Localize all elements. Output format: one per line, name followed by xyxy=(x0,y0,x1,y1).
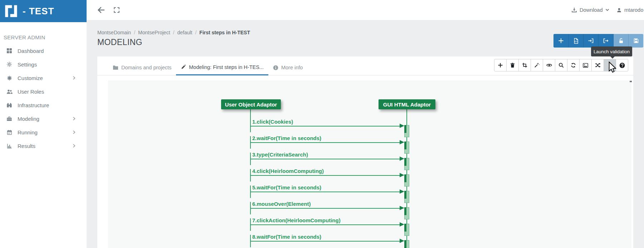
pencil-icon xyxy=(181,64,186,70)
action-button-row xyxy=(553,34,643,48)
cog-solid-icon xyxy=(6,75,13,81)
page-title: MODELING xyxy=(97,38,142,47)
sidebar-item-modeling[interactable]: Modeling xyxy=(0,112,87,125)
sign-in-icon xyxy=(588,38,594,44)
message-label[interactable]: 4.click(HeirloomComputing) xyxy=(252,168,324,174)
user-menu[interactable]: mtarodo xyxy=(616,0,644,20)
message-label[interactable]: 3.type(CriteriaSearch) xyxy=(252,152,308,158)
lifeline-segment xyxy=(250,225,251,231)
fullscreen-icon xyxy=(113,7,120,13)
code-file-button[interactable] xyxy=(569,34,584,48)
chevron-right-icon xyxy=(73,130,76,134)
magic-wand-button[interactable] xyxy=(531,59,543,71)
message-label[interactable]: 1.click(Cookies) xyxy=(252,119,293,125)
actor-label: GUI HTML Adaptor xyxy=(383,101,431,108)
file-code-icon xyxy=(573,38,579,44)
h-test-logo-icon xyxy=(4,5,18,18)
message-line xyxy=(250,192,400,192)
chevron-down-icon xyxy=(605,9,609,11)
export-button[interactable] xyxy=(599,34,614,48)
shuffle-button[interactable] xyxy=(591,59,604,71)
binoculars-icon xyxy=(6,103,13,108)
message-line xyxy=(250,175,400,176)
sidebar-item-label: Running xyxy=(18,129,73,135)
arrowhead-icon xyxy=(400,140,404,144)
sidebar-item-customize[interactable]: Customize xyxy=(0,71,87,85)
refresh-button[interactable] xyxy=(567,59,580,71)
sidebar-item-settings[interactable]: Settings xyxy=(0,58,87,71)
sidebar-item-label: User Roles xyxy=(18,89,76,95)
save-button xyxy=(629,34,643,48)
arrowhead-icon xyxy=(400,157,404,161)
preview-button[interactable] xyxy=(543,59,555,71)
message-label[interactable]: 6.mouseOver(Element) xyxy=(252,201,311,207)
fullscreen-button[interactable] xyxy=(112,6,121,14)
activation-bar-dark xyxy=(404,125,406,133)
sidebar-item-running[interactable]: Running xyxy=(0,125,87,139)
sidebar: - TEST SERVER ADMIN Dashboard Settings C… xyxy=(0,0,87,248)
arrowhead-icon xyxy=(400,239,404,243)
tooltip-text: Launch validation xyxy=(594,49,630,54)
breadcrumb-domain[interactable]: MontseDomain xyxy=(97,30,131,35)
lifeline-segment xyxy=(250,159,251,165)
tab-label: More info xyxy=(281,65,303,70)
message-label[interactable]: 8.waitFor(Time in seconds) xyxy=(252,234,321,240)
sidebar-item-results[interactable]: Results xyxy=(0,139,87,153)
breadcrumb-default[interactable]: default xyxy=(177,30,192,35)
download-menu[interactable]: Download xyxy=(571,0,609,20)
sidebar-item-label: Customize xyxy=(18,75,73,81)
chevron-right-icon xyxy=(73,116,76,121)
sidebar-item-label: Settings xyxy=(18,61,76,68)
add-step-button[interactable] xyxy=(494,59,507,71)
trash-icon xyxy=(510,63,515,68)
message-label[interactable]: 5.waitFor(Time in seconds) xyxy=(252,184,321,190)
image-icon xyxy=(583,63,588,68)
breadcrumb-separator: / xyxy=(195,30,196,35)
actor-gui-html-adaptor[interactable]: GUI HTML Adaptor xyxy=(379,99,435,109)
delete-button[interactable] xyxy=(506,59,519,71)
arrowhead-icon xyxy=(400,222,404,227)
sidebar-item-label: Results xyxy=(18,143,73,149)
message-line xyxy=(250,142,400,143)
diagram-canvas[interactable] xyxy=(108,80,631,248)
user-icon xyxy=(616,8,622,13)
app-logo[interactable]: - TEST xyxy=(0,0,87,22)
breadcrumb: MontseDomain / MontseProject / default /… xyxy=(97,30,250,35)
help-button[interactable] xyxy=(616,59,628,71)
message-label[interactable]: 2.waitFor(Time in seconds) xyxy=(252,135,321,141)
tab-domains-and-projects[interactable]: Domains and projects xyxy=(108,60,176,75)
lifeline-segment xyxy=(250,143,251,149)
message-label[interactable]: 7.clickAction(HeirloomComputing) xyxy=(252,217,341,223)
arrowhead-icon xyxy=(400,173,404,177)
activation-bar-dark xyxy=(404,240,406,248)
grid-icon xyxy=(6,48,13,54)
tab-label: Modeling: First steps in H-TES... xyxy=(189,64,264,70)
plus-icon xyxy=(558,38,564,44)
back-button[interactable] xyxy=(96,5,106,15)
breadcrumb-project[interactable]: MontseProject xyxy=(138,30,170,35)
crop-button[interactable] xyxy=(518,59,531,71)
breadcrumb-separator: / xyxy=(134,30,135,35)
magnifier-icon xyxy=(558,63,564,68)
briefcase-icon xyxy=(6,116,13,121)
sign-out-icon xyxy=(603,38,609,44)
lifeline-left xyxy=(250,109,251,126)
info-icon xyxy=(273,65,278,70)
canvas-scrollbar-thumb[interactable] xyxy=(630,81,632,82)
zoom-button[interactable] xyxy=(555,59,567,71)
sidebar-item-infrastructure[interactable]: Infrastructure xyxy=(0,98,87,112)
actor-user-object-adaptor[interactable]: User Object Adaptor xyxy=(221,99,281,109)
sidebar-item-dashboard[interactable]: Dashboard xyxy=(0,44,87,58)
sidebar-item-user-roles[interactable]: User Roles xyxy=(0,85,87,98)
tab-bar: Domains and projects Modeling: First ste… xyxy=(108,60,307,75)
tab-more-info[interactable]: More info xyxy=(268,60,307,75)
snapshot-button[interactable] xyxy=(579,59,592,71)
logo-text: - TEST xyxy=(23,6,54,17)
tab-modeling-current[interactable]: Modeling: First steps in H-TES... xyxy=(176,60,268,75)
download-label: Download xyxy=(580,7,603,13)
message-line xyxy=(250,159,400,159)
import-button[interactable] xyxy=(584,34,599,48)
new-button[interactable] xyxy=(553,34,569,48)
activation-bar-dark xyxy=(404,207,406,215)
lifeline-right xyxy=(406,109,407,125)
